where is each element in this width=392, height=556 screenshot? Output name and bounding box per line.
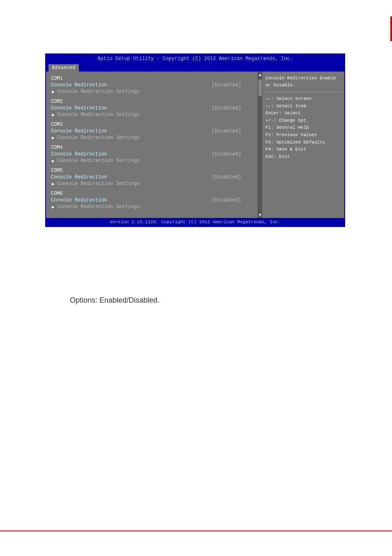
key-enter: Enter: Select bbox=[265, 110, 341, 117]
com4-redirect-label: Console Redirection bbox=[51, 151, 212, 157]
key-change-opt: +/-: Change Opt. bbox=[265, 117, 341, 125]
bios-left-panel: COM1 Console Redirection [Disabled] ► Co… bbox=[46, 72, 258, 218]
com3-redirect-value: [Disabled] bbox=[212, 128, 253, 134]
bios-scrollbar[interactable]: ▲ ▼ bbox=[258, 72, 262, 218]
bios-main-content: COM1 Console Redirection [Disabled] ► Co… bbox=[46, 72, 344, 218]
com5-arrow-icon: ► bbox=[51, 181, 55, 186]
scroll-thumb[interactable] bbox=[258, 79, 262, 96]
com6-label: COM6 bbox=[51, 191, 253, 197]
com2-redirect-value: [Disabled] bbox=[212, 105, 253, 111]
key-f2: F2: Previous Values bbox=[265, 132, 341, 139]
com2-settings-row[interactable]: ► Console Redirection Settings bbox=[51, 112, 253, 118]
com3-settings-row[interactable]: ► Console Redirection Settings bbox=[51, 135, 253, 141]
com3-redirect-row[interactable]: Console Redirection [Disabled] bbox=[51, 128, 253, 134]
tab-advanced[interactable]: Advanced bbox=[48, 64, 79, 72]
com5-label: COM5 bbox=[51, 168, 253, 174]
description-text: Options: Enabled/Disabled. bbox=[70, 296, 159, 305]
bios-right-area: ▲ ▼ Console Redirection Enable or Disabl… bbox=[258, 72, 344, 218]
com1-redirect-value: [Disabled] bbox=[212, 82, 253, 88]
com6-settings-label: Console Redirection Settings bbox=[57, 204, 140, 210]
bios-tab-bar: Advanced bbox=[46, 63, 344, 72]
com5-redirect-value: [Disabled] bbox=[212, 174, 253, 180]
com6-redirect-label: Console Redirection bbox=[51, 197, 212, 203]
com4-redirect-value: [Disabled] bbox=[212, 151, 253, 157]
key-select-screen: →←: Select Screen bbox=[265, 95, 341, 103]
bios-version: Version 2.15.1229. Copyright (C) 2012 Am… bbox=[110, 220, 281, 225]
key-esc: ESC: Exit bbox=[265, 153, 341, 161]
bios-help-panel: Console Redirection Enable or Disable. →… bbox=[262, 72, 344, 218]
com2-redirect-row[interactable]: Console Redirection [Disabled] bbox=[51, 105, 253, 111]
com1-label: COM1 bbox=[51, 76, 253, 81]
com1-arrow-icon: ► bbox=[51, 89, 55, 94]
com2-redirect-label: Console Redirection bbox=[51, 105, 212, 111]
help-text: Console Redirection Enable or Disable. bbox=[265, 76, 336, 88]
com5-settings-row[interactable]: ► Console Redirection Settings bbox=[51, 181, 253, 187]
com3-redirect-label: Console Redirection bbox=[51, 128, 212, 134]
com4-label: COM4 bbox=[51, 145, 253, 151]
com4-redirect-row[interactable]: Console Redirection [Disabled] bbox=[51, 151, 253, 157]
key-f3: F3: Optimized Defaults bbox=[265, 139, 341, 146]
key-f1: F1: General Help bbox=[265, 124, 341, 132]
com5-section: COM5 Console Redirection [Disabled] ► Co… bbox=[51, 168, 253, 187]
bios-title: Aptio Setup Utility - Copyright (C) 2012… bbox=[97, 56, 293, 62]
scroll-down-icon[interactable]: ▼ bbox=[258, 212, 262, 218]
bios-bottom-bar: Version 2.15.1229. Copyright (C) 2012 Am… bbox=[46, 218, 344, 226]
com6-section: COM6 Console Redirection [Disabled] ► Co… bbox=[51, 191, 253, 210]
com1-section: COM1 Console Redirection [Disabled] ► Co… bbox=[51, 76, 253, 95]
key-f4: F4: Save & Exit bbox=[265, 146, 341, 153]
com6-redirect-value: [Disabled] bbox=[212, 197, 253, 203]
scroll-up-icon[interactable]: ▲ bbox=[258, 72, 262, 78]
bios-container: Aptio Setup Utility - Copyright (C) 2012… bbox=[45, 53, 345, 227]
com4-section: COM4 Console Redirection [Disabled] ► Co… bbox=[51, 145, 253, 164]
help-keys: →←: Select Screen ↑↓: Select Item Enter:… bbox=[265, 95, 341, 160]
com2-label: COM2 bbox=[51, 99, 253, 104]
com2-arrow-icon: ► bbox=[51, 112, 55, 117]
com1-redirect-row[interactable]: Console Redirection [Disabled] bbox=[51, 82, 253, 88]
com5-settings-label: Console Redirection Settings bbox=[57, 181, 140, 187]
com4-settings-label: Console Redirection Settings bbox=[57, 158, 140, 164]
com6-settings-row[interactable]: ► Console Redirection Settings bbox=[51, 204, 253, 210]
bottom-red-line bbox=[0, 531, 392, 531]
com5-redirect-row[interactable]: Console Redirection [Disabled] bbox=[51, 174, 253, 180]
com3-settings-label: Console Redirection Settings bbox=[57, 135, 140, 141]
com6-arrow-icon: ► bbox=[51, 204, 55, 209]
com3-arrow-icon: ► bbox=[51, 135, 55, 140]
help-description: Console Redirection Enable or Disable. bbox=[265, 75, 341, 92]
com5-redirect-label: Console Redirection bbox=[51, 174, 212, 180]
top-red-bar bbox=[390, 16, 392, 41]
com1-settings-row[interactable]: ► Console Redirection Settings bbox=[51, 89, 253, 95]
com1-settings-label: Console Redirection Settings bbox=[57, 89, 140, 95]
com4-settings-row[interactable]: ► Console Redirection Settings bbox=[51, 158, 253, 164]
com6-redirect-row[interactable]: Console Redirection [Disabled] bbox=[51, 197, 253, 203]
com2-settings-label: Console Redirection Settings bbox=[57, 112, 140, 118]
com3-section: COM3 Console Redirection [Disabled] ► Co… bbox=[51, 122, 253, 141]
com2-section: COM2 Console Redirection [Disabled] ► Co… bbox=[51, 99, 253, 118]
bios-title-bar: Aptio Setup Utility - Copyright (C) 2012… bbox=[46, 54, 344, 63]
com3-label: COM3 bbox=[51, 122, 253, 127]
key-select-item: ↑↓: Select Item bbox=[265, 103, 341, 110]
com4-arrow-icon: ► bbox=[51, 158, 55, 163]
com1-redirect-label: Console Redirection bbox=[51, 82, 212, 88]
